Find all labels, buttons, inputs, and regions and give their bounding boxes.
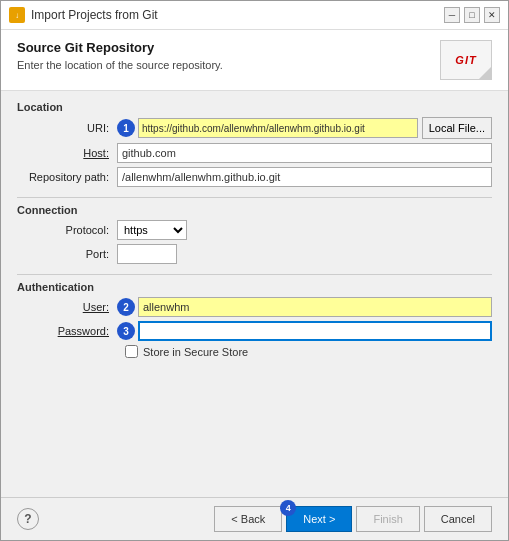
protocol-row: Protocol: https http git ssh [17,220,492,240]
window-controls: ─ □ ✕ [444,7,500,23]
password-row: Password: 3 [17,321,492,341]
back-button[interactable]: < Back [214,506,282,532]
header-section: Source Git Repository Enter the location… [1,30,508,91]
secure-store-row: Store in Secure Store [17,345,492,358]
port-row: Port: [17,244,492,264]
local-file-button[interactable]: Local File... [422,117,492,139]
host-label: Host: [17,147,117,159]
finish-button[interactable]: Finish [356,506,419,532]
user-row: User: 2 [17,297,492,317]
minimize-button[interactable]: ─ [444,7,460,23]
divider-2 [17,274,492,275]
page-title: Source Git Repository [17,40,223,55]
header-text: Source Git Repository Enter the location… [17,40,223,71]
protocol-select[interactable]: https http git ssh [117,220,187,240]
repo-label: Repository path: [17,171,117,183]
help-button[interactable]: ? [17,508,39,530]
uri-label: URI: [17,122,117,134]
authentication-group: Authentication User: 2 Password: 3 Store… [17,281,492,358]
secure-store-checkbox[interactable] [125,345,138,358]
next-button[interactable]: Next > [286,506,352,532]
footer-left: ? [17,508,39,530]
window-title: Import Projects from Git [31,8,158,22]
next-button-wrapper: 4 Next > [286,506,352,532]
footer: ? < Back 4 Next > Finish Cancel [1,497,508,540]
uri-badge: 1 [117,119,135,137]
uri-row: URI: 1 Local File... [17,117,492,139]
location-group: Location URI: 1 Local File... Host: Repo… [17,101,492,187]
close-button[interactable]: ✕ [484,7,500,23]
connection-group: Connection Protocol: https http git ssh … [17,204,492,264]
divider-1 [17,197,492,198]
port-label: Port: [17,248,117,260]
maximize-button[interactable]: □ [464,7,480,23]
cancel-button[interactable]: Cancel [424,506,492,532]
uri-input[interactable] [138,118,418,138]
host-row: Host: [17,143,492,163]
secure-store-label: Store in Secure Store [143,346,248,358]
page-subtitle: Enter the location of the source reposit… [17,59,223,71]
user-label: User: [17,301,117,313]
connection-group-label: Connection [17,204,492,216]
password-input[interactable] [138,321,492,341]
app-icon: ↓ [9,7,25,23]
git-logo: GIT [440,40,492,80]
repo-input[interactable] [117,167,492,187]
repo-path-row: Repository path: [17,167,492,187]
user-badge: 2 [117,298,135,316]
title-bar: ↓ Import Projects from Git ─ □ ✕ [1,1,508,30]
footer-right: < Back 4 Next > Finish Cancel [214,506,492,532]
user-input[interactable] [138,297,492,317]
port-input[interactable] [117,244,177,264]
location-group-label: Location [17,101,492,113]
protocol-label: Protocol: [17,224,117,236]
auth-group-label: Authentication [17,281,492,293]
password-badge: 3 [117,322,135,340]
password-label: Password: [17,325,117,337]
host-input[interactable] [117,143,492,163]
content-area: Location URI: 1 Local File... Host: Repo… [1,91,508,497]
dialog-window: ↓ Import Projects from Git ─ □ ✕ Source … [0,0,509,541]
